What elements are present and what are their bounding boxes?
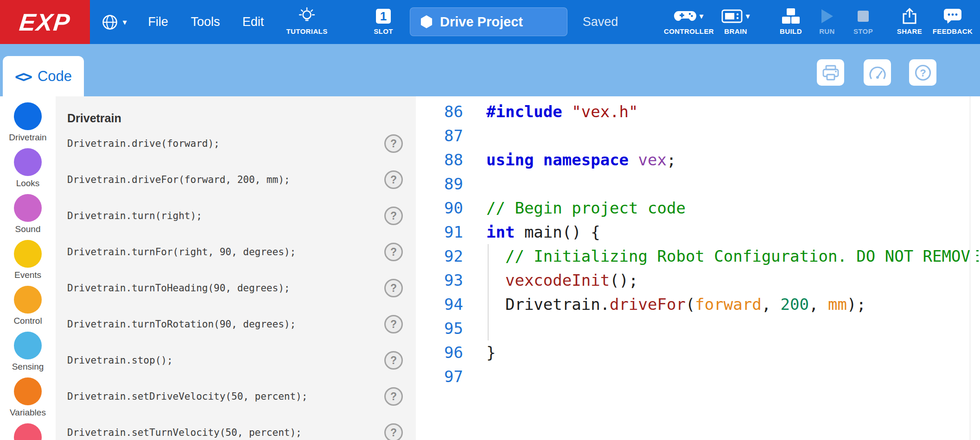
build-button[interactable]: BUILD [772,6,809,35]
controller-button[interactable]: ▾ CONTROLLER [661,6,717,35]
sidebar-item-control[interactable]: Control [0,286,56,332]
code-token: ); [847,295,866,314]
command-help-button[interactable]: ? [384,243,403,261]
command-help-button[interactable]: ? [384,351,403,370]
command-text: Drivetrain.turn(right); [67,210,202,221]
command-row[interactable]: Drivetrain.turnToHeading(90, degrees);? [56,270,416,306]
line-number: 86 [416,102,463,121]
share-label: SHARE [897,27,923,35]
command-panel: Drivetrain Drivetrain.drive(forward);?Dr… [56,96,416,440]
command-row[interactable]: Drivetrain.turn(right);? [56,198,416,234]
project-name-box[interactable]: Drive Project [410,7,567,36]
command-row[interactable]: Drivetrain.drive(forward);? [56,126,416,162]
command-row[interactable]: Drivetrain.stop();? [56,342,416,378]
category-circle[interactable] [14,286,42,314]
command-row[interactable]: Drivetrain.driveFor(forward, 200, mm);? [56,162,416,198]
build-label: BUILD [780,27,802,35]
code-line[interactable]: 88using namespace vex; [416,148,980,172]
dashboard-button[interactable] [864,59,891,86]
code-line[interactable]: 89 [416,172,980,196]
code-line[interactable]: 93 vexcodeInit(); [416,268,980,292]
command-help-button[interactable]: ? [384,315,403,333]
code-token: mm [828,295,847,314]
category-label: Drivetrain [9,132,46,143]
category-label: Looks [16,178,40,189]
command-help-button[interactable]: ? [384,170,403,189]
main-content: DrivetrainLooksSoundEventsControlSensing… [0,96,980,440]
menu-edit[interactable]: Edit [235,0,272,44]
code-line[interactable]: 90// Begin project code [416,196,980,220]
play-icon [820,8,834,24]
print-console-button[interactable] [817,59,844,86]
code-token [486,271,505,289]
menu-tools[interactable]: Tools [185,0,226,44]
command-row[interactable]: Drivetrain.turnToRotation(90, degrees);? [56,306,416,342]
command-text: Drivetrain.turnToHeading(90, degrees); [67,283,290,294]
code-line[interactable]: 94 Drivetrain.driveFor(forward, 200, mm)… [416,292,980,316]
slot-button[interactable]: 1 SLOT [363,6,404,35]
command-help-button[interactable]: ? [384,279,403,297]
category-circle[interactable] [14,194,42,222]
category-circle[interactable] [14,377,42,405]
code-line[interactable]: 92 // Initializing Robot Configuration. … [416,244,980,268]
code-text: #include "vex.h" [486,102,638,121]
code-token: main() { [515,223,600,241]
sidebar-item-drivetrain[interactable]: Drivetrain [0,102,56,148]
stop-button[interactable]: STOP [847,6,879,35]
brain-button[interactable]: ▾ BRAIN [716,6,755,35]
command-row[interactable]: Drivetrain.setTurnVelocity(50, percent);… [56,415,416,440]
code-line[interactable]: 97 [416,365,980,389]
command-row[interactable]: Drivetrain.setDriveVelocity(50, percent)… [56,378,416,415]
code-token: vexcodeInit [505,271,610,289]
command-help-button[interactable]: ? [384,207,403,225]
command-text: Drivetrain.turnToRotation(90, degrees); [67,319,296,330]
line-number: 90 [416,199,463,217]
editor-lines: 86#include "vex.h"8788using namespace ve… [416,100,980,389]
command-text: Drivetrain.stop(); [67,355,173,366]
category-circle[interactable] [14,423,42,440]
command-row[interactable]: Drivetrain.turnFor(right, 90, degrees);? [56,234,416,270]
vexcode-app-window: EXP ▾ File Tools Edit TUTORIALS [0,0,980,440]
sidebar-item-sensing[interactable]: Sensing [0,332,56,377]
line-number: 96 [416,343,463,362]
exp-logo-text: EXP [18,8,72,36]
code-line[interactable]: 87 [416,124,980,148]
category-circle[interactable] [14,102,42,130]
sidebar-item-sound[interactable]: Sound [0,194,56,240]
exp-logo: EXP [0,0,90,44]
code-line[interactable]: 95 [416,316,980,340]
code-token: ; [667,151,676,169]
category-circle[interactable] [14,240,42,268]
sidebar-item-looks[interactable]: Looks [0,148,56,194]
language-menu[interactable]: ▾ [92,0,136,44]
tab-code[interactable]: <> Code [3,56,84,96]
code-line[interactable]: 91int main() { [416,220,980,244]
code-token: forward [695,295,761,314]
editor-scrollbar[interactable] [970,96,976,440]
command-help-button[interactable]: ? [384,134,403,153]
code-token: , [809,295,828,314]
command-help-button[interactable]: ? [384,423,403,440]
code-line[interactable]: 86#include "vex.h" [416,100,980,124]
run-label: RUN [819,27,835,35]
category-circle[interactable] [14,332,42,359]
category-label: Sound [15,224,41,234]
sidebar-item-events[interactable]: Events [0,240,56,286]
tutorials-button[interactable]: TUTORIALS [279,6,335,35]
code-line[interactable]: 96} [416,340,980,365]
share-export-icon [901,7,918,25]
sidebar-item-variables[interactable]: Variables [0,377,56,423]
menu-file[interactable]: File [140,0,176,44]
feedback-button[interactable]: FEEDBACK [929,6,976,35]
code-editor[interactable]: 86#include "vex.h"8788using namespace ve… [416,96,980,440]
category-label: Control [13,316,42,326]
run-button[interactable]: RUN [811,6,843,35]
code-token: vex [638,151,667,169]
code-text: vexcodeInit(); [486,271,638,289]
sidebar-item-partial-7[interactable] [0,423,56,440]
share-button[interactable]: SHARE [891,6,928,35]
command-text: Drivetrain.driveFor(forward, 200, mm); [67,174,290,185]
command-help-button[interactable]: ? [384,387,403,406]
category-circle[interactable] [14,148,42,176]
help-button[interactable]: ? [909,59,936,86]
